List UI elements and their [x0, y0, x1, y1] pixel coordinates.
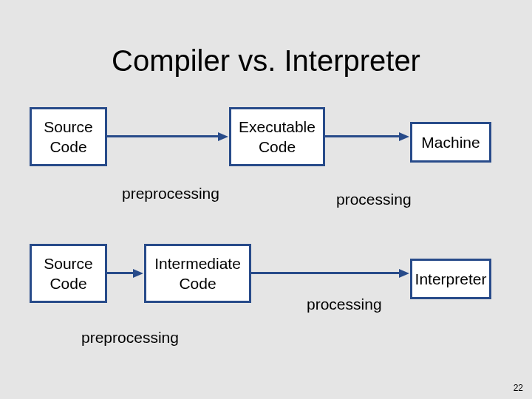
box-intermediate-code: Intermediate Code [144, 244, 251, 303]
arrow-2a-line [107, 272, 133, 274]
arrow-1a-head [218, 132, 228, 141]
box-executable-code: Executable Code [229, 107, 325, 166]
page-number: 22 [514, 383, 523, 393]
arrow-2b-head [399, 269, 409, 278]
text-code-inter: Code [179, 273, 216, 293]
text-intermediate: Intermediate [154, 253, 241, 273]
text-code-exec: Code [259, 137, 296, 157]
arrow-2b-line [251, 272, 399, 274]
text-interpreter: Interpreter [415, 269, 487, 289]
arrow-2a-head [133, 269, 143, 278]
text-code-1: Code [50, 137, 86, 157]
arrow-1b-line [325, 135, 399, 137]
arrow-1a-line [107, 135, 218, 137]
slide-title: Compiler vs. Interpreter [0, 44, 532, 78]
label-preprocessing-2: preprocessing [81, 329, 179, 347]
label-processing-2: processing [307, 296, 382, 313]
arrow-1b-head [399, 132, 409, 141]
text-machine: Machine [421, 132, 480, 152]
label-processing-1: processing [336, 191, 412, 208]
box-source-code-2: Source Code [30, 244, 107, 303]
label-preprocessing-1: preprocessing [122, 185, 219, 202]
box-interpreter: Interpreter [410, 259, 491, 299]
box-source-code-1: Source Code [30, 107, 107, 166]
text-source-1: Source [44, 117, 93, 137]
text-executable: Executable [239, 117, 316, 137]
text-source-2: Source [44, 253, 93, 273]
box-machine: Machine [410, 122, 491, 163]
text-code-2: Code [50, 273, 86, 293]
